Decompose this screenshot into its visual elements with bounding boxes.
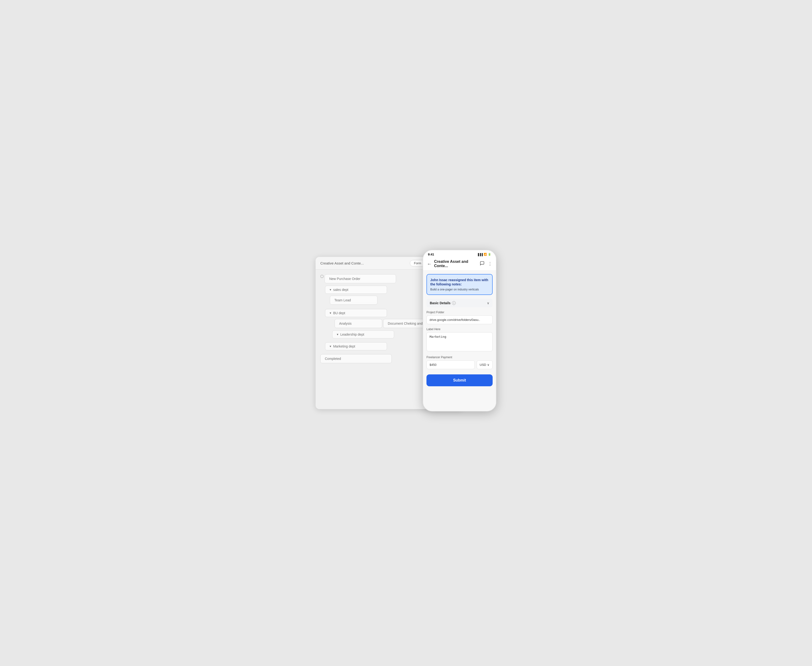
node-analysis: Analysis [335,319,382,328]
mobile-phone: 9:41 ▐▐▐ 📶 🔋 ← Creative Asset and Conte.… [423,250,497,412]
reassign-note: Build a one-pager on industry verticals [430,288,489,291]
info-icon: i [452,301,456,305]
dept-label-marketing[interactable]: ▼ Marketing dept [325,342,387,350]
dept-label-bu[interactable]: ▼ BU dept [325,309,387,317]
phone-header: ← Creative Asset and Conte... ⋮ [423,257,496,271]
reassign-notification: John Issac reassigned this item with the… [426,274,493,295]
radio-dot [320,275,323,278]
section-title-basic-details: Basic Details i [430,301,456,305]
dept-label-sales[interactable]: ▼ sales dept [325,286,387,294]
dept-label-leadership[interactable]: ▼ Leadership dept [332,330,394,338]
freelancer-payment-label: Freelancer Payment [426,356,493,359]
freelancer-payment-group: Freelancer Payment USD ∨ [426,356,493,369]
desktop-title: Creative Asset and Conte... [320,261,407,265]
back-button[interactable]: ← [427,261,432,267]
currency-selector[interactable]: USD ∨ [477,360,493,369]
more-options-icon[interactable]: ⋮ [488,261,492,266]
node-completed: Completed [320,354,392,363]
dept-name-bu: BU dept [333,311,345,315]
currency-chevron-icon: ∨ [487,363,490,366]
status-icons: ▐▐▐ 📶 🔋 [477,253,491,256]
label-here-label: Label Here [426,328,493,331]
phone-header-icons: ⋮ [480,261,492,267]
label-here-group: Label Here [426,328,493,352]
currency-label: USD [480,363,486,366]
basic-details-section[interactable]: Basic Details i ∨ [426,299,493,307]
dept-arrow-bu: ▼ [329,312,332,315]
dept-arrow-marketing: ▼ [329,345,332,348]
dept-name-marketing: Marketing dept [333,345,355,348]
label-here-textarea[interactable] [426,332,493,351]
dept-name-sales: sales dept [333,288,348,292]
reassign-title: John Issac reassigned this item with the… [430,278,489,286]
comment-icon[interactable] [480,261,485,267]
project-folder-label: Project Folder [426,311,493,314]
signal-icon: ▐▐▐ [477,253,483,256]
battery-icon: 🔋 [488,253,491,256]
status-bar: 9:41 ▐▐▐ 📶 🔋 [423,250,496,257]
chevron-down-icon: ∨ [487,301,489,305]
payment-amount-input[interactable] [426,360,475,369]
status-time: 9:41 [428,252,434,256]
dept-name-leadership: Leadership dept [340,333,364,336]
submit-button[interactable]: Submit [426,374,493,386]
phone-header-title: Creative Asset and Conte... [434,259,477,268]
root-node: New Purchase Order [325,274,396,283]
wifi-icon: 📶 [484,253,487,256]
payment-row: USD ∨ [426,360,493,369]
phone-body: John Issac reassigned this item with the… [423,271,496,411]
node-team-lead: Team Lead [330,296,378,305]
project-folder-group: Project Folder [426,311,493,324]
dept-arrow-sales: ▼ [329,288,332,291]
dept-arrow-leadership: ▼ [336,333,339,336]
project-folder-input[interactable] [426,315,493,324]
section-label: Basic Details [430,301,451,305]
